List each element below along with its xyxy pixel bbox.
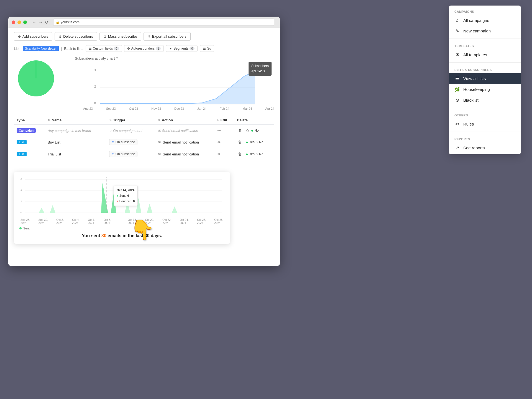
tooltip-bounced: ■ Bounced: 0 (117, 199, 135, 204)
blacklist-label: Blacklist (463, 98, 479, 103)
edit-button[interactable]: ✏ (216, 128, 222, 133)
sort-icon-2: ⇅ (109, 119, 111, 122)
charts-section: Subscribers activity chart ? 0 2 4 (14, 56, 274, 110)
xl-2: Sep 30,2024 (39, 218, 48, 224)
line-chart-area: Subscribers activity chart ? 0 2 4 (75, 56, 274, 110)
xl-10: Oct 22,2024 (162, 218, 171, 224)
cell-edit: ✏ (214, 148, 234, 160)
table-row: Campaign Any campaign in this brand ✓ On… (14, 125, 274, 136)
xl-5: Oct 6,2024 (88, 218, 95, 224)
subscribers-tab[interactable]: ☰ Su (200, 45, 214, 52)
segments-tab[interactable]: ▼ Segments 0 (166, 45, 198, 52)
export-button[interactable]: ⬇ Export all subscribers (144, 32, 191, 41)
back-to-lists-link[interactable]: Back to lists (64, 47, 83, 51)
view-all-lists-item[interactable]: ☰ View all lists (449, 73, 521, 84)
edit-button-3[interactable]: ✏ (216, 151, 222, 157)
minus-icon: ⊖ (59, 35, 62, 39)
trigger-icon-2: ⊕ (112, 152, 114, 156)
col-name[interactable]: ⇅ Name (45, 116, 106, 125)
minimize-dot[interactable] (17, 21, 21, 24)
custom-fields-tab[interactable]: ☰ Custom fields 0 (86, 45, 122, 52)
legend-dot (19, 227, 22, 229)
trigger-button: ⊕ On subscribe (109, 139, 138, 145)
x-label-4: Nov 23 (151, 107, 161, 110)
x-label-1: Aug 23 (83, 107, 93, 110)
cell-delete: 🗑 O ● No (234, 125, 274, 136)
delete-button-3[interactable]: 🗑 (237, 151, 243, 157)
housekeeping-item[interactable]: 🌿 Housekeeping (449, 84, 521, 95)
block-icon: ⊘ (454, 98, 460, 103)
mass-unsubscribe-button[interactable]: ⊘ Mass unsubscribe (99, 32, 141, 41)
radio-yes-dot-2: ● (246, 152, 248, 156)
cell-type: Campaign (14, 125, 45, 136)
divider-1 (449, 39, 521, 39)
table-row: List Trial List ⊕ On subscribe ✉ Send em… (14, 148, 274, 160)
plus-icon: ⊕ (18, 35, 21, 39)
list-badge: List (17, 140, 27, 144)
x-label-7: Feb 24 (220, 107, 229, 110)
segments-label: Segments (173, 47, 188, 50)
browser-nav: ← → ⟳ (32, 20, 49, 25)
close-dot[interactable] (12, 21, 15, 24)
radio-no-dot-3: ○ (256, 152, 258, 156)
x-label-6: Jan 24 (197, 107, 206, 110)
all-templates-item[interactable]: ✉ All templates (449, 49, 521, 60)
no-label-3: No (259, 152, 263, 156)
list-name-badge: Scalability Newsletter (23, 46, 59, 51)
cell-type: List (14, 136, 45, 148)
add-subscribers-button[interactable]: ⊕ Add subscribers (14, 32, 52, 41)
xl-8: Oct 18,2024 (128, 218, 137, 224)
divider-2 (449, 62, 521, 63)
col-trigger[interactable]: ⇅ Trigger (106, 116, 155, 125)
sort-icon-3: ⇅ (158, 119, 160, 122)
custom-fields-count: 0 (114, 47, 119, 50)
row-trigger-grayed: ✓ On campaign sent (109, 129, 142, 133)
col-action[interactable]: ⇅ Action (155, 116, 214, 125)
list-label: List: (14, 47, 21, 51)
rules-label: Rules (463, 122, 474, 126)
reports-section-label: REPORTS (449, 136, 521, 142)
rules-icon: ✂ (454, 121, 460, 127)
radio-yes-dot: ● (246, 140, 248, 144)
maximize-dot[interactable] (23, 21, 27, 24)
svg-marker-18 (50, 205, 55, 213)
blacklist-item[interactable]: ⊘ Blacklist (449, 95, 521, 106)
x-label-2: Sep 23 (106, 107, 116, 110)
autoresponders-count: 1 (156, 47, 161, 50)
svg-text:0: 0 (21, 211, 22, 214)
yes-label: Yes (249, 140, 255, 144)
col-type[interactable]: Type (14, 116, 45, 125)
svg-marker-23 (172, 206, 177, 213)
reports-section: REPORTS ↗ See reports (449, 133, 521, 154)
col-delete[interactable]: Delete (234, 116, 274, 125)
yes-label-2: Yes (249, 152, 255, 156)
col-edit[interactable]: ⇅ Edit (214, 116, 234, 125)
rules-item[interactable]: ✂ Rules (449, 119, 521, 129)
forward-icon[interactable]: → (39, 20, 43, 25)
svg-marker-17 (39, 208, 44, 213)
all-campaigns-item[interactable]: ⌂ All campaigns (449, 15, 521, 25)
see-reports-item[interactable]: ↗ See reports (449, 142, 521, 153)
autoresponders-tab[interactable]: ⊙ Autoresponders 1 (124, 45, 164, 52)
x-label-8: Mar 24 (242, 107, 252, 110)
custom-fields-label: Custom fields (93, 47, 113, 50)
edit-button-2[interactable]: ✏ (216, 139, 222, 145)
svg-text:2: 2 (94, 85, 96, 88)
cell-action: ✉ Send email notification (155, 148, 214, 160)
delete-subscribers-button[interactable]: ⊖ Delete subscribers (55, 32, 97, 41)
xl-9: Oct 20,2024 (145, 218, 154, 224)
campaigns-section-label: CAMPAIGNS (449, 9, 521, 15)
campaign-badge: Campaign (17, 128, 36, 133)
reload-icon[interactable]: ⟳ (45, 20, 49, 25)
svg-text:4: 4 (94, 68, 96, 71)
new-campaign-item[interactable]: ✎ New campaign (449, 25, 521, 36)
delete-button-2[interactable]: 🗑 (237, 139, 243, 145)
email-icon-2: ✉ (158, 152, 161, 156)
delete-button[interactable]: 🗑 (237, 128, 243, 133)
svg-text:4: 4 (21, 189, 22, 192)
back-icon[interactable]: ← (32, 20, 36, 25)
svg-text:0: 0 (94, 101, 96, 105)
address-bar[interactable]: 🔒 yoursite.com (53, 19, 274, 26)
home-icon: ⌂ (454, 18, 460, 23)
reports-icon: ↗ (454, 145, 460, 150)
